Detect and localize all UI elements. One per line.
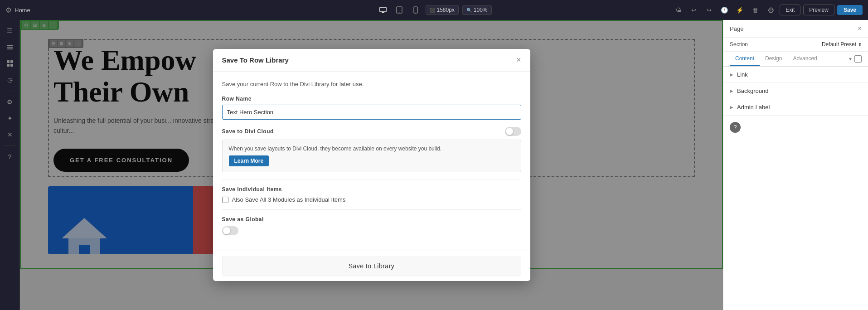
tab-chevron-down[interactable]: ▾: [849, 56, 852, 62]
svg-rect-7: [7, 45, 13, 46]
svg-rect-0: [379, 7, 386, 12]
toolbar-right: 🌤 ↩ ↪ 🕐 ⚡ 🗑 ⏻ Exit Preview Save: [672, 4, 863, 16]
tab-design[interactable]: Design: [760, 52, 787, 66]
sidebar-icon-cross[interactable]: ✕: [3, 127, 17, 142]
history-btn[interactable]: 🕐: [718, 4, 731, 16]
svg-rect-9: [7, 48, 13, 49]
preset-up-arrow[interactable]: ⬆: [858, 42, 862, 47]
global-section: Save as Global: [222, 216, 521, 235]
sidebar-icon-layers[interactable]: [3, 40, 17, 54]
svg-rect-8: [7, 47, 13, 48]
viewport-size-value: 1580px: [436, 7, 454, 13]
preview-button[interactable]: Preview: [803, 5, 834, 15]
modal-header: Save To Row Library ×: [213, 49, 530, 72]
modal-title: Save To Row Library: [222, 56, 289, 64]
svg-rect-12: [7, 64, 10, 67]
sidebar-divider-2: [5, 145, 15, 146]
panel-page-label: Page: [730, 25, 743, 32]
zoom-value: 100%: [474, 7, 488, 13]
tab-toggle-btn[interactable]: [854, 55, 862, 63]
background-label: Background: [737, 87, 768, 94]
learn-more-btn[interactable]: Learn More: [229, 155, 269, 166]
global-label: Save as Global: [222, 216, 521, 223]
toolbar-center: ⬛ 1580px 🔍 100%: [376, 4, 491, 16]
home-section: ⚙ Home: [5, 6, 30, 15]
mobile-view-btn[interactable]: [409, 4, 422, 16]
panel-header: Page ×: [723, 20, 868, 38]
checkbox-label: Also Save All 3 Modules as Individual It…: [232, 196, 346, 203]
viewport-size-display[interactable]: ⬛ 1580px: [425, 5, 458, 15]
modal-body: Save your current Row to the Divi Librar…: [213, 72, 530, 251]
sidebar-icon-history[interactable]: ◷: [3, 73, 17, 87]
undo-btn[interactable]: ↩: [687, 4, 700, 16]
save-button[interactable]: Save: [837, 5, 863, 15]
svg-point-6: [415, 12, 416, 12]
save-to-library-btn[interactable]: Save to Library: [222, 257, 521, 276]
sidebar-icon-menu[interactable]: ☰: [3, 24, 17, 38]
help-button[interactable]: ?: [730, 122, 741, 133]
modal-close-btn[interactable]: ×: [516, 55, 521, 65]
panel-close-btn[interactable]: ×: [858, 24, 862, 33]
modal-divider: [222, 179, 521, 180]
panel-section-preset: Default Preset ⬆: [822, 41, 862, 48]
home-label: Home: [15, 7, 30, 14]
svg-rect-10: [7, 60, 10, 63]
background-arrow-icon: ▶: [730, 88, 733, 93]
modal-overlay: Save To Row Library × Save your current …: [20, 20, 723, 310]
responsive-btn[interactable]: ⚡: [733, 4, 746, 16]
panel-item-admin-label[interactable]: ▶ Admin Label: [723, 99, 868, 116]
row-name-input[interactable]: [222, 105, 521, 120]
save-row-modal: Save To Row Library × Save your current …: [213, 49, 530, 281]
panel-help: ?: [723, 116, 868, 139]
home-gear-icon[interactable]: ⚙: [5, 6, 12, 15]
sidebar-icon-settings[interactable]: ⚙: [3, 95, 17, 109]
tablet-view-btn[interactable]: [393, 4, 405, 16]
svg-point-4: [399, 12, 400, 13]
desktop-view-btn[interactable]: [376, 4, 389, 16]
row-name-group: Row Name: [222, 96, 521, 120]
individual-checkbox[interactable]: [222, 197, 228, 203]
panel-tabs: Content Design Advanced ▾: [723, 52, 868, 67]
left-sidebar: ☰ ◷ ⚙ ✦ ✕ ?: [0, 20, 20, 310]
redo-btn[interactable]: ↪: [703, 4, 715, 16]
individual-label: Save Individual Items: [222, 186, 521, 193]
sidebar-divider-1: [5, 91, 15, 91]
panel-section-label: Section: [730, 41, 748, 48]
modal-description: Save your current Row to the Divi Librar…: [222, 81, 521, 87]
individual-section: Save Individual Items Also Save All 3 Mo…: [222, 186, 521, 203]
admin-label-text: Admin Label: [737, 104, 770, 111]
row-name-label: Row Name: [222, 96, 521, 102]
panel-section-row: Section Default Preset ⬆: [723, 38, 868, 52]
cloud-toggle[interactable]: [505, 127, 521, 136]
power-btn[interactable]: ⏻: [764, 4, 777, 16]
exit-button[interactable]: Exit: [780, 5, 800, 15]
sun-moon-toggle[interactable]: 🌤: [672, 4, 684, 16]
cloud-label: Save to Divi Cloud: [222, 128, 274, 135]
sidebar-icon-help[interactable]: ?: [3, 150, 17, 164]
canvas-area: ⚙ ⊞ ⊕ ⋮ ⚙ ⊞ ⊕ ⋮ We Empow Their Own Unlea…: [20, 20, 723, 310]
global-toggle[interactable]: [222, 226, 238, 235]
panel-item-link[interactable]: ▶ Link: [723, 67, 868, 83]
right-panel: Page × Section Default Preset ⬆ Content …: [723, 20, 868, 310]
main-layout: ☰ ◷ ⚙ ✦ ✕ ? ⚙ ⊞ ⊕ ⋮ ⚙ ⊞: [0, 20, 868, 310]
modal-divider-2: [222, 209, 521, 210]
modal-footer: Save to Library: [213, 251, 530, 281]
panel-tab-extra: ▾: [849, 52, 862, 66]
admin-label-arrow-icon: ▶: [730, 105, 733, 110]
cloud-toggle-row: Save to Divi Cloud: [222, 127, 521, 136]
link-arrow-icon: ▶: [730, 72, 733, 77]
sidebar-icon-magic[interactable]: ✦: [3, 111, 17, 126]
tab-content[interactable]: Content: [730, 52, 760, 66]
cloud-info-text: When you save layouts to Divi Cloud, the…: [229, 145, 514, 152]
link-label: Link: [737, 71, 748, 78]
cloud-info-box: When you save layouts to Divi Cloud, the…: [222, 140, 521, 172]
panel-item-background[interactable]: ▶ Background: [723, 83, 868, 99]
svg-rect-13: [10, 64, 13, 67]
top-toolbar: ⚙ Home ⬛ 1580px 🔍 100% 🌤 ↩ ↪ 🕐 ⚡ 🗑 ⏻ Exi…: [0, 0, 868, 20]
tab-advanced[interactable]: Advanced: [787, 52, 822, 66]
zoom-display[interactable]: 🔍 100%: [462, 5, 492, 15]
trash-btn[interactable]: 🗑: [749, 4, 761, 16]
sidebar-icon-modules[interactable]: [3, 56, 17, 71]
checkbox-row: Also Save All 3 Modules as Individual It…: [222, 196, 521, 203]
svg-rect-11: [10, 60, 13, 63]
